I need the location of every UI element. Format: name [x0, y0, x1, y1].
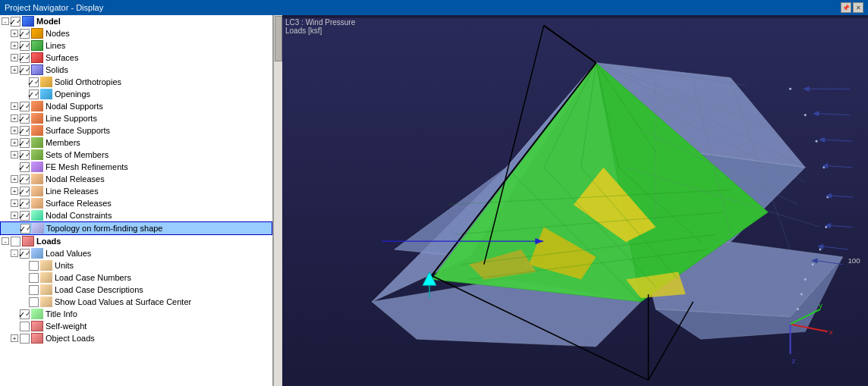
pin-button[interactable]: 📌 [841, 2, 851, 13]
tree-item-nodal-releases[interactable]: +✓Nodal Releases [0, 173, 272, 185]
item-label-units: Units [55, 261, 74, 270]
tree-item-self-weight[interactable]: Self-weight [0, 320, 272, 332]
item-label-nodal-constraints: Nodal Constraints [46, 211, 112, 220]
checkbox-line-supports[interactable]: ✓ [20, 114, 30, 124]
tree-item-show-load-values[interactable]: Show Load Values at Surface Center [0, 296, 272, 308]
checkbox-openings[interactable]: ✓ [29, 89, 39, 99]
tree-item-load-values[interactable]: -✓Load Values [0, 247, 272, 259]
svg-point-37 [816, 140, 818, 143]
tree-item-load-case-numbers[interactable]: Load Case Numbers [0, 271, 272, 284]
tree-item-title-info[interactable]: ✓Title Info [0, 308, 272, 320]
check-icon: ✓ [18, 199, 25, 208]
expand-btn-lines[interactable]: + [11, 42, 18, 49]
tree-item-surfaces[interactable]: +✓Surfaces [0, 52, 272, 64]
expand-btn-load-values[interactable]: - [11, 249, 18, 257]
tree-item-units[interactable]: Units [0, 259, 272, 271]
svg-point-43 [804, 278, 807, 281]
checkbox-load-case-desc[interactable] [29, 285, 39, 295]
tree-item-nodal-supports[interactable]: +✓Nodal Supports [0, 100, 272, 112]
tree-item-surface-supports[interactable]: +✓Surface Supports [0, 124, 272, 137]
tree-item-nodal-constraints[interactable]: +✓Nodal Constraints [0, 209, 272, 221]
expand-btn-loads[interactable]: - [2, 237, 9, 245]
expand-btn-surface-supports[interactable]: + [11, 127, 18, 134]
check-icon: ✓ [18, 66, 25, 74]
checkbox-nodal-constraints[interactable]: ✓ [20, 211, 30, 221]
tree-item-sets-of-members[interactable]: +✓Sets of Members [0, 149, 272, 161]
checkbox-sets-of-members[interactable]: ✓ [20, 150, 30, 160]
tree-item-load-case-desc[interactable]: Load Case Descriptions [0, 284, 272, 296]
checkbox-solids[interactable]: ✓ [20, 65, 30, 75]
tree-item-loads[interactable]: -Loads [0, 235, 272, 247]
item-icon-nodal-releases [31, 174, 43, 184]
checkbox-surface-releases[interactable]: ✓ [20, 199, 30, 209]
expand-btn-nodes[interactable]: + [11, 30, 18, 37]
expand-btn-sets-of-members[interactable]: + [11, 151, 18, 158]
item-label-surface-supports: Surface Supports [46, 126, 110, 135]
close-button[interactable]: ✕ [853, 2, 863, 13]
checkbox-nodes[interactable]: ✓ [20, 29, 30, 39]
expand-btn-solids[interactable]: + [11, 66, 18, 74]
title-bar: Project Navigator - Display 📌 ✕ [0, 0, 868, 15]
expand-btn-members[interactable]: + [11, 139, 18, 146]
tree-container[interactable]: -✓Model+✓Nodes+✓Lines+✓Surfaces+✓Solids✓… [0, 15, 272, 386]
checkbox-model[interactable]: ✓ [11, 17, 20, 27]
check-icon: ✓ [18, 212, 25, 220]
tree-item-fe-mesh[interactable]: ✓FE Mesh Refinements [0, 161, 272, 173]
checkbox-loads[interactable] [11, 237, 20, 246]
checkbox-units[interactable] [29, 261, 39, 271]
item-icon-solid-orth [40, 77, 52, 87]
item-label-line-releases: Line Releases [46, 187, 99, 196]
tree-item-nodes[interactable]: +✓Nodes [0, 27, 272, 39]
checkbox-surface-supports[interactable]: ✓ [20, 126, 30, 136]
checkbox-fe-mesh[interactable]: ✓ [20, 162, 30, 172]
expand-btn-surfaces[interactable]: + [11, 54, 18, 61]
item-icon-fe-mesh [31, 162, 43, 172]
check-icon: ✓ [18, 151, 25, 159]
tree-item-surface-releases[interactable]: +✓Surface Releases [0, 197, 272, 209]
check-icon: ✓ [9, 17, 16, 26]
tree-item-model[interactable]: -✓Model [0, 15, 272, 27]
expand-btn-nodal-constraints[interactable]: + [11, 212, 18, 219]
item-label-load-values: Load Values [46, 249, 91, 258]
checkbox-nodal-supports[interactable]: ✓ [20, 102, 30, 111]
viewport-label: LC3 : Wind Pressure Loads [ksf] [285, 18, 355, 35]
title-bar-buttons: 📌 ✕ [841, 2, 863, 13]
expand-btn-object-loads[interactable]: + [11, 334, 18, 342]
checkbox-solid-orth[interactable]: ✓ [29, 77, 39, 87]
checkbox-load-case-numbers[interactable] [29, 273, 39, 283]
expand-btn-surface-releases[interactable]: + [11, 199, 18, 207]
checkbox-members[interactable]: ✓ [20, 138, 30, 148]
scrollbar[interactable] [273, 15, 282, 386]
checkbox-lines[interactable]: ✓ [20, 41, 30, 51]
checkbox-surfaces[interactable]: ✓ [20, 53, 30, 63]
checkbox-load-values[interactable]: ✓ [20, 249, 30, 259]
tree-item-solid-orth[interactable]: ✓Solid Orthotropies [0, 76, 272, 88]
tree-item-topology[interactable]: ✓Topology on form-finding shape [0, 221, 272, 235]
item-label-load-case-numbers: Load Case Numbers [55, 273, 131, 282]
checkbox-line-releases[interactable]: ✓ [20, 187, 30, 196]
tree-item-solids[interactable]: +✓Solids [0, 64, 272, 76]
tree-item-object-loads[interactable]: +Object Loads [0, 332, 272, 344]
item-icon-sets-of-members [31, 149, 43, 160]
checkbox-show-load-values[interactable] [29, 297, 39, 307]
left-panel: -✓Model+✓Nodes+✓Lines+✓Surfaces+✓Solids✓… [0, 15, 273, 386]
tree-item-line-releases[interactable]: +✓Line Releases [0, 185, 272, 197]
scrollbar-thumb[interactable] [275, 16, 282, 61]
expand-btn-model[interactable]: - [2, 17, 9, 25]
checkbox-title-info[interactable]: ✓ [20, 309, 30, 319]
tree-item-lines[interactable]: +✓Lines [0, 39, 272, 52]
checkbox-self-weight[interactable] [20, 322, 30, 331]
check-icon: ✓ [18, 54, 25, 62]
tree-item-members[interactable]: +✓Members [0, 137, 272, 149]
item-icon-object-loads [31, 333, 43, 344]
expand-btn-nodal-releases[interactable]: + [11, 175, 18, 183]
checkbox-nodal-releases[interactable]: ✓ [20, 174, 30, 184]
checkbox-object-loads[interactable] [20, 334, 30, 344]
tree-item-openings[interactable]: ✓Openings [0, 88, 272, 100]
expand-btn-nodal-supports[interactable]: + [11, 102, 18, 110]
item-label-openings: Openings [55, 89, 90, 99]
tree-item-line-supports[interactable]: +✓Line Supports [0, 112, 272, 124]
expand-btn-line-releases[interactable]: + [11, 187, 18, 195]
expand-btn-line-supports[interactable]: + [11, 115, 18, 122]
checkbox-topology[interactable]: ✓ [20, 224, 30, 234]
